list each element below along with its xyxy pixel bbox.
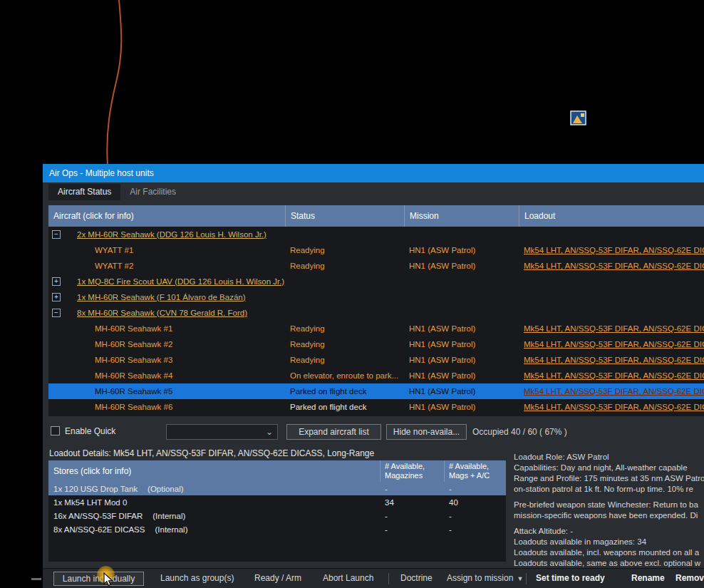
expand-aircraft-list-button[interactable]: Expand aircraft list bbox=[286, 424, 381, 440]
info-line-gap bbox=[514, 495, 704, 500]
aircraft-status: Readying bbox=[285, 340, 404, 349]
collapse-toggle-icon[interactable]: − bbox=[52, 309, 61, 317]
aircraft-name: MH-60R Seahawk #5 bbox=[95, 387, 172, 396]
tab-aircraft-status[interactable]: Aircraft Status bbox=[48, 184, 120, 200]
store-note: (Internal) bbox=[155, 525, 187, 534]
remove-button[interactable]: Remov bbox=[675, 569, 704, 588]
aircraft-name: WYATT #1 bbox=[95, 246, 133, 254]
info-line: Loadouts available, incl. weapons mounte… bbox=[514, 547, 704, 558]
aircraft-row[interactable]: MH-60R Seahawk #3ReadyingHN1 (ASW Patrol… bbox=[48, 352, 704, 368]
aircraft-row[interactable]: MH-60R Seahawk #2ReadyingHN1 (ASW Patrol… bbox=[48, 336, 704, 352]
hide-non-available-button[interactable]: Hide non-availa... bbox=[386, 424, 467, 440]
aircraft-row[interactable]: MH-60R Seahawk #4On elevator, enroute to… bbox=[48, 368, 704, 383]
aircraft-mission: HN1 (ASW Patrol) bbox=[404, 403, 519, 411]
column-header-available-magazines: # Available, Magazines bbox=[380, 460, 444, 482]
window-titlebar[interactable]: Air Ops - Multiple host units bbox=[43, 164, 704, 182]
info-line: Range and Profile: 175 minutes at 35 nm … bbox=[514, 473, 704, 484]
rename-button[interactable]: Rename bbox=[631, 569, 665, 588]
aircraft-loadout-link[interactable]: Mk54 LHT, AN/SSQ-53F DIFAR, AN/SSQ-62E D… bbox=[524, 324, 704, 333]
doctrine-button[interactable]: Doctrine bbox=[400, 569, 433, 588]
aircraft-loadout-link[interactable]: Mk54 LHT, AN/SSQ-53F DIFAR, AN/SSQ-62E D… bbox=[524, 387, 704, 396]
aircraft-loadout-link[interactable]: Mk54 LHT, AN/SSQ-53F DIFAR, AN/SSQ-62E D… bbox=[524, 356, 704, 364]
set-time-to-ready-button[interactable]: Set time to ready bbox=[536, 569, 605, 588]
aircraft-row[interactable]: MH-60R Seahawk #1ReadyingHN1 (ASW Patrol… bbox=[48, 321, 704, 336]
aircraft-name: MH-60R Seahawk #6 bbox=[95, 403, 172, 411]
abort-launch-button[interactable]: Abort Launch bbox=[323, 569, 373, 588]
aircraft-name: WYATT #2 bbox=[95, 262, 133, 270]
aircraft-group-row[interactable]: +1x MQ-8C Fire Scout UAV (DDG 126 Louis … bbox=[48, 274, 704, 289]
screen-artifact bbox=[31, 578, 41, 580]
launch-as-groups-button[interactable]: Launch as group(s) bbox=[160, 569, 234, 588]
column-header-status[interactable]: Status bbox=[285, 205, 404, 227]
expand-toggle-icon[interactable]: + bbox=[52, 277, 61, 286]
info-panel: Loadout Role: ASW PatrolCapabilities: Da… bbox=[514, 452, 704, 569]
aircraft-loadout-link[interactable]: Mk54 LHT, AN/SSQ-53F DIFAR, AN/SSQ-62E D… bbox=[524, 403, 704, 411]
store-name: 1x Mk54 LHT Mod 0 bbox=[48, 498, 380, 507]
info-line: Pre-briefed weapon state Winchester: Ret… bbox=[514, 500, 704, 510]
info-line: Loadout Role: ASW Patrol bbox=[514, 452, 704, 463]
collapse-toggle-icon[interactable]: − bbox=[52, 230, 61, 239]
assign-to-mission-label: Assign to mission bbox=[447, 573, 513, 583]
col-mags-line1: # Available, bbox=[385, 462, 425, 470]
aircraft-group-row[interactable]: −8x MH-60R Seahawk (CVN 78 Gerald R. For… bbox=[48, 305, 704, 321]
tab-air-facilities[interactable]: Air Facilities bbox=[120, 184, 185, 200]
stores-row[interactable]: 8x AN/SSQ-62E DICASS(Internal)-- bbox=[48, 522, 506, 536]
info-line: Attack Altitude: - bbox=[514, 526, 704, 537]
store-available-total: - bbox=[444, 525, 506, 534]
air-ops-window: Air Ops - Multiple host units Aircraft S… bbox=[43, 164, 704, 588]
assign-to-mission-dropdown[interactable]: Assign to mission▼ bbox=[447, 569, 523, 588]
expand-toggle-icon[interactable]: + bbox=[52, 293, 61, 301]
store-available-magazines: 34 bbox=[380, 498, 444, 507]
enable-quick-checkbox[interactable] bbox=[51, 426, 60, 435]
aircraft-mission: HN1 (ASW Patrol) bbox=[404, 262, 519, 270]
stores-table-body: 1x 120 USG Drop Tank(Optional)--1x Mk54 … bbox=[48, 482, 506, 536]
col-mags-line2: Magazines bbox=[385, 471, 423, 480]
aircraft-group-row[interactable]: −2x MH-60R Seahawk (DDG 126 Louis H. Wil… bbox=[48, 227, 704, 242]
tab-bar: Aircraft Status Air Facilities bbox=[43, 182, 704, 200]
aircraft-mission: HN1 (ASW Patrol) bbox=[404, 340, 519, 349]
stores-table-header: Stores (click for info) # Available, Mag… bbox=[48, 460, 506, 482]
store-name: 8x AN/SSQ-62E DICASS(Internal) bbox=[48, 525, 380, 534]
stores-row[interactable]: 1x 120 USG Drop Tank(Optional)-- bbox=[48, 482, 506, 495]
stores-row[interactable]: 16x AN/SSQ-53F DIFAR(Internal)-- bbox=[48, 509, 506, 522]
aircraft-group-link[interactable]: 1x MQ-8C Fire Scout UAV (DDG 126 Louis H… bbox=[77, 277, 284, 286]
selected-unit-icon[interactable] bbox=[566, 109, 589, 129]
aircraft-group-link[interactable]: 1x MH-60R Seahawk (F 101 Álvaro de Bazán… bbox=[77, 293, 246, 301]
group-name-cell: −8x MH-60R Seahawk (CVN 78 Gerald R. For… bbox=[48, 309, 285, 318]
loadout-details-label: Loadout Details: Mk54 LHT, AN/SSQ-53F DI… bbox=[49, 448, 374, 458]
aircraft-group-link[interactable]: 8x MH-60R Seahawk (CVN 78 Gerald R. Ford… bbox=[77, 309, 247, 317]
store-available-magazines: - bbox=[380, 485, 444, 493]
column-header-stores[interactable]: Stores (click for info) bbox=[48, 460, 380, 482]
aircraft-row[interactable]: MH-60R Seahawk #5Parked on flight deckHN… bbox=[48, 383, 704, 399]
store-note: (Internal) bbox=[152, 512, 185, 520]
column-header-aircraft[interactable]: Aircraft (click for info) bbox=[48, 205, 285, 227]
aircraft-mission: HN1 (ASW Patrol) bbox=[404, 246, 519, 254]
aircraft-status: Parked on flight deck bbox=[285, 387, 404, 396]
aircraft-row[interactable]: WYATT #2ReadyingHN1 (ASW Patrol)Mk54 LHT… bbox=[48, 258, 704, 274]
aircraft-row[interactable]: MH-60R Seahawk #6Parked on flight deckHN… bbox=[48, 399, 704, 415]
game-screen: Air Ops - Multiple host units Aircraft S… bbox=[0, 0, 704, 588]
aircraft-mission: HN1 (ASW Patrol) bbox=[404, 324, 519, 333]
column-header-loadout[interactable]: Loadout bbox=[519, 205, 704, 227]
aircraft-group-row[interactable]: +1x MH-60R Seahawk (F 101 Álvaro de Bazá… bbox=[48, 289, 704, 305]
aircraft-row[interactable]: WYATT #1ReadyingHN1 (ASW Patrol)Mk54 LHT… bbox=[48, 242, 704, 258]
aircraft-loadout-link[interactable]: Mk54 LHT, AN/SSQ-53F DIFAR, AN/SSQ-62E D… bbox=[524, 340, 704, 349]
chevron-down-icon: ⌄ bbox=[266, 425, 273, 439]
aircraft-name: MH-60R Seahawk #1 bbox=[95, 324, 172, 333]
divider bbox=[526, 573, 527, 584]
aircraft-status: Readying bbox=[285, 262, 404, 270]
enable-quick-label: Enable Quick bbox=[65, 426, 115, 436]
aircraft-loadout-link[interactable]: Mk54 LHT, AN/SSQ-53F DIFAR, AN/SSQ-62E D… bbox=[524, 371, 704, 380]
aircraft-name: MH-60R Seahawk #2 bbox=[95, 340, 172, 349]
aircraft-loadout-link[interactable]: Mk54 LHT, AN/SSQ-53F DIFAR, AN/SSQ-62E D… bbox=[524, 262, 704, 270]
stores-row[interactable]: 1x Mk54 LHT Mod 03440 bbox=[48, 495, 506, 509]
quick-dropdown[interactable]: ⌄ bbox=[166, 424, 278, 440]
ready-arm-button[interactable]: Ready / Arm bbox=[254, 569, 301, 588]
occupied-status-text: Occupied 40 / 60 ( 67% ) bbox=[472, 427, 567, 437]
aircraft-status: Readying bbox=[285, 356, 404, 364]
aircraft-controls-row: Enable Quick ⌄ Expand aircraft list Hide… bbox=[43, 423, 704, 442]
aircraft-group-link[interactable]: 2x MH-60R Seahawk (DDG 126 Louis H. Wils… bbox=[77, 230, 266, 239]
aircraft-loadout-link[interactable]: Mk54 LHT, AN/SSQ-53F DIFAR, AN/SSQ-62E D… bbox=[524, 246, 704, 254]
column-header-mission[interactable]: Mission bbox=[404, 205, 519, 227]
aircraft-mission: HN1 (ASW Patrol) bbox=[404, 356, 519, 364]
